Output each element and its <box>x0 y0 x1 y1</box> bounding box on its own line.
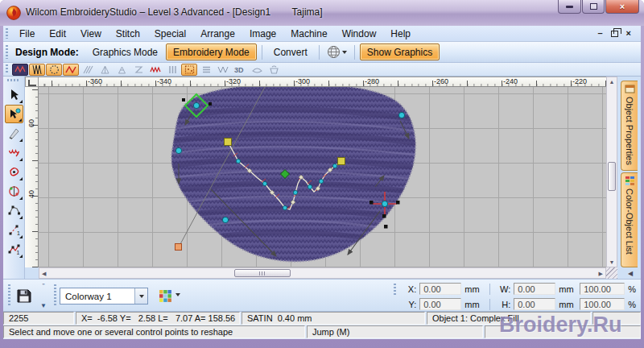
graphics-mode-button[interactable]: Graphics Mode <box>86 44 164 60</box>
menu-edit[interactable]: Edit <box>42 26 73 41</box>
stitch-icon-column-a[interactable] <box>97 64 113 76</box>
y-input[interactable] <box>419 298 461 310</box>
hoop-globe-button[interactable] <box>324 44 350 60</box>
toolbar-options-icon[interactable]: ▼ <box>39 303 48 310</box>
menu-arrange[interactable]: Arrange <box>193 26 242 41</box>
reshape-tool[interactable] <box>5 105 23 123</box>
vscroll-thumb[interactable] <box>608 162 616 191</box>
save-button[interactable] <box>14 286 34 305</box>
stitch-icon-3d-effect[interactable]: 3D <box>232 64 248 76</box>
mirror-merge-tool[interactable] <box>5 182 23 201</box>
hruler-label: -320 <box>226 77 241 85</box>
h-label: H: <box>497 300 510 309</box>
stitch-icon-satin-red[interactable] <box>147 64 163 76</box>
maximize-button[interactable] <box>582 0 605 14</box>
colorway-palette-icon <box>159 289 172 303</box>
hscroll-thumb[interactable] <box>234 269 291 277</box>
stitch-icon-column-b[interactable] <box>114 64 130 76</box>
toolbar-grip[interactable] <box>6 28 10 39</box>
menu-special[interactable]: Special <box>147 26 193 41</box>
hint-text: Select and move one or several control p… <box>3 325 305 338</box>
toolbar-grip[interactable] <box>6 64 10 73</box>
scale-y-unit: % <box>628 300 636 309</box>
stitch-toolbar: 3D <box>3 63 641 77</box>
tab-color-object-list[interactable]: Color-Object List <box>621 172 638 267</box>
svg-text:1: 1 <box>16 250 19 255</box>
stitch-icon-contour[interactable] <box>198 64 214 76</box>
hruler-label: -220 <box>572 77 587 85</box>
menu-image[interactable]: Image <box>242 26 283 41</box>
window-title: Wilcom EmbroideryStudio – Level 3 Advanc… <box>26 6 323 18</box>
scale-y-input[interactable] <box>580 298 625 310</box>
stitch-icon-wave-hatch[interactable] <box>215 64 231 76</box>
knife-tool[interactable] <box>5 124 23 143</box>
menu-window[interactable]: Window <box>335 26 384 41</box>
select-tool[interactable] <box>5 85 23 104</box>
mdi-restore-icon[interactable] <box>611 31 618 37</box>
x-input[interactable] <box>419 283 461 295</box>
reshape-outline-tool[interactable] <box>5 201 23 220</box>
toolbar-grip[interactable] <box>54 284 58 307</box>
penetration-point-tool[interactable]: 1 <box>5 221 23 239</box>
toolbar-overflow-icon[interactable]: '' <box>39 283 48 290</box>
toolbar-grip[interactable] <box>394 284 398 295</box>
stitch-icon-basket[interactable] <box>266 64 282 76</box>
menu-file[interactable]: File <box>12 26 42 41</box>
menu-help[interactable]: Help <box>383 26 418 41</box>
convert-button[interactable]: Convert <box>267 44 314 60</box>
toolbar-grip[interactable] <box>8 284 12 307</box>
stitch-icon-shape[interactable] <box>249 64 265 76</box>
status-blank-2 <box>485 325 641 338</box>
vruler-label: 60 <box>27 117 35 130</box>
closed-freehand-tool[interactable] <box>5 163 23 181</box>
stitch-icon-z-flag[interactable] <box>130 64 147 76</box>
toolbar-grip[interactable] <box>6 45 10 60</box>
svg-text:3D: 3D <box>234 66 244 74</box>
menu-view[interactable]: View <box>73 26 109 41</box>
stitch-icon-motif-circle[interactable] <box>46 64 62 76</box>
scroll-left-icon[interactable]: ◀ <box>42 271 46 277</box>
close-button[interactable]: × <box>605 0 639 14</box>
colorway-value: Colorway 1 <box>60 292 134 301</box>
w-label: W: <box>497 284 510 294</box>
stitch-icon-bars[interactable] <box>164 64 180 76</box>
scroll-up-icon[interactable]: ▲ <box>607 79 617 85</box>
title-bar[interactable]: Wilcom EmbroideryStudio – Level 3 Advanc… <box>0 0 644 26</box>
stitch-icon-run-dark[interactable] <box>12 64 28 76</box>
combo-dropdown-button[interactable] <box>134 288 147 304</box>
menu-machine[interactable]: Machine <box>283 26 334 41</box>
mdi-minimize-icon[interactable]: – <box>597 29 602 38</box>
exit-point-handle[interactable] <box>175 244 182 251</box>
scroll-down-icon[interactable]: ▼ <box>607 259 617 265</box>
scale-x-unit: % <box>628 284 636 294</box>
scale-x-input[interactable] <box>580 283 625 295</box>
stitch-count: 2255 <box>3 312 74 325</box>
vertical-scrollbar[interactable]: ▲ ▼ <box>606 77 617 267</box>
stitch-icon-column-zigzag[interactable] <box>29 64 45 76</box>
resize-grip[interactable] <box>606 267 617 279</box>
mdi-close-icon[interactable]: × <box>626 29 631 38</box>
palette-dropdown-icon[interactable] <box>175 293 180 296</box>
scroll-right-icon[interactable]: ▶ <box>599 271 603 277</box>
ruler-origin-button[interactable] <box>25 77 39 87</box>
app-window: Wilcom EmbroideryStudio – Level 3 Advanc… <box>0 0 644 348</box>
width-input[interactable] <box>514 283 555 295</box>
stitch-icon-zigzag-red[interactable] <box>63 64 79 76</box>
show-graphics-button[interactable]: Show Graphics <box>360 44 440 60</box>
stitch-icon-program-split[interactable] <box>181 64 197 76</box>
tab-scroll-left-icon[interactable]: ◀ <box>628 270 633 277</box>
tab-object-properties[interactable]: Object Properties <box>621 81 638 171</box>
embroidery-mode-button[interactable]: Embroidery Mode <box>166 44 257 60</box>
menu-stitch[interactable]: Stitch <box>109 26 147 41</box>
height-input[interactable] <box>514 298 555 310</box>
open-freehand-tool[interactable] <box>5 143 23 162</box>
design-canvas[interactable] <box>39 87 606 267</box>
minimize-button[interactable] <box>558 0 581 14</box>
stitch-edit-tool[interactable]: 1 <box>5 240 23 259</box>
colorway-select[interactable]: Colorway 1 <box>60 288 148 304</box>
colorway-palette-button[interactable] <box>156 288 174 304</box>
horizontal-scrollbar[interactable]: ◀ ▶ <box>39 267 606 279</box>
hruler-label: -300 <box>295 77 310 85</box>
toolbar-grip[interactable] <box>7 79 20 82</box>
stitch-icon-fusion[interactable] <box>80 64 96 76</box>
